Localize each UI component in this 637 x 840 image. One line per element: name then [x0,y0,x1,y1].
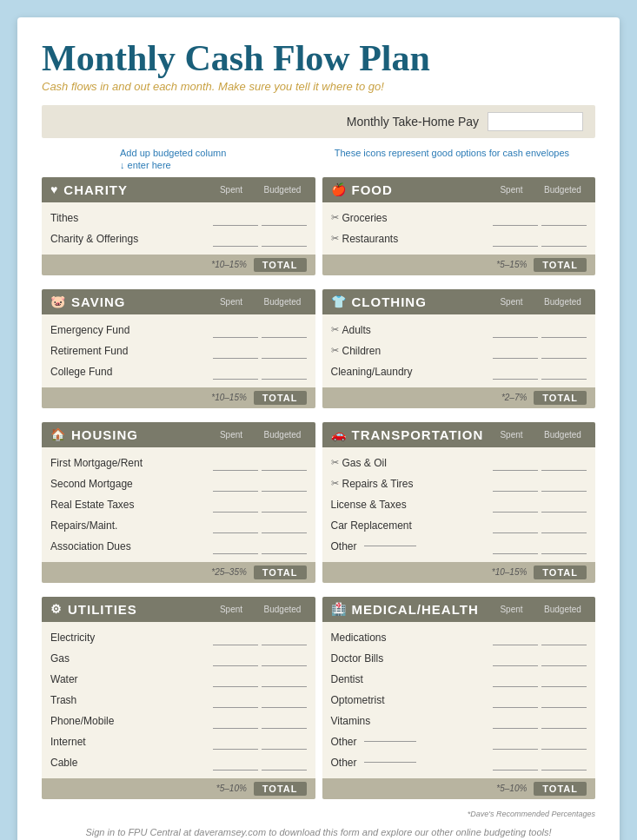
section-medical-body: Medications Doctor Bills Dentist [322,622,596,778]
clothing-adults-spent[interactable] [493,322,538,338]
medical-budgeted-label: Budgeted [539,605,587,614]
section-transportation-header: 🚗 TRANSPORTATION Spent Budgeted [322,422,596,447]
list-item: Real Estate Taxes [50,494,307,515]
transportation-icon: 🚗 [331,427,347,441]
take-home-input[interactable] [488,112,583,131]
section-food-title: 🍎 FOOD [331,182,393,197]
housing-repairs-spent[interactable] [213,518,258,533]
med-doctor-spent[interactable] [493,651,538,666]
charity-offerings-spent[interactable] [213,231,258,247]
housing-icon: 🏠 [50,427,66,441]
med-optometrist-spent[interactable] [493,692,538,708]
med-optometrist-budgeted[interactable] [541,692,587,708]
saving-emergency-budgeted[interactable] [262,322,307,338]
util-phone-budgeted[interactable] [262,713,307,729]
section-utilities-header: ⚙ UTILITIES Spent Budgeted [42,597,315,622]
med-medications-spent[interactable] [493,630,538,645]
list-item: Phone/Mobile [50,711,307,731]
util-water-spent[interactable] [213,671,258,687]
list-item: Water [50,669,307,690]
util-phone-spent[interactable] [213,713,258,729]
trans-license-spent[interactable] [493,497,538,513]
food-spent-label: Spent [488,185,535,195]
util-electricity-spent[interactable] [213,630,258,645]
trans-license-budgeted[interactable] [541,497,587,513]
section-charity-header: ♥ CHARITY Spent Budgeted [42,177,315,202]
med-dentist-budgeted[interactable] [541,671,587,687]
util-cable-budgeted[interactable] [262,755,307,771]
trans-gas-spent[interactable] [493,455,538,471]
trans-other-budgeted[interactable] [541,539,587,554]
housing-mortgage2-spent[interactable] [213,476,258,492]
list-item: ✂ Adults [331,320,587,341]
housing-mortgage1-budgeted[interactable] [262,455,307,471]
section-charity: ♥ CHARITY Spent Budgeted Tithes Ch [42,177,315,275]
clothing-adults-budgeted[interactable] [541,322,587,338]
trans-gas-budgeted[interactable] [541,455,587,471]
housing-assoc-spent[interactable] [213,539,258,554]
food-restaurants-spent[interactable] [493,231,538,247]
util-internet-budgeted[interactable] [262,734,307,750]
list-item: Cable [50,752,307,773]
util-gas-budgeted[interactable] [262,651,307,666]
med-dentist-spent[interactable] [493,671,538,687]
housing-taxes-budgeted[interactable] [262,497,307,513]
trans-other-spent[interactable] [493,539,538,554]
take-home-label: Monthly Take-Home Pay [347,115,479,129]
section-clothing-title: 👕 CLOTHING [331,294,427,309]
util-water-budgeted[interactable] [262,671,307,687]
housing-taxes-spent[interactable] [213,497,258,513]
main-grid: ♥ CHARITY Spent Budgeted Tithes Ch [42,177,595,806]
med-other2-spent[interactable] [493,755,538,771]
util-gas-spent[interactable] [213,651,258,666]
list-item: ✂ Restaurants [331,228,587,249]
med-vitamins-budgeted[interactable] [541,713,587,729]
housing-assoc-budgeted[interactable] [262,539,307,554]
saving-total-btn[interactable]: TOTAL [254,391,307,405]
trans-total-btn[interactable]: TOTAL [534,566,587,579]
trans-repairs-spent[interactable] [493,476,538,492]
saving-emergency-spent[interactable] [213,322,258,338]
charity-offerings-budgeted[interactable] [262,231,307,247]
trans-repairs-budgeted[interactable] [541,476,587,492]
util-electricity-budgeted[interactable] [262,630,307,645]
trans-replacement-spent[interactable] [493,518,538,533]
charity-tithes-spent[interactable] [213,210,258,226]
housing-mortgage1-spent[interactable] [213,455,258,471]
med-other1-budgeted[interactable] [541,734,587,750]
clothing-total-btn[interactable]: TOTAL [534,391,587,405]
med-other2-budgeted[interactable] [541,755,587,771]
food-restaurants-budgeted[interactable] [541,231,587,247]
saving-retirement-spent[interactable] [213,343,258,359]
charity-tithes-budgeted[interactable] [262,210,307,226]
util-internet-spent[interactable] [213,734,258,750]
housing-total-btn[interactable]: TOTAL [254,566,307,579]
util-trash-spent[interactable] [213,692,258,708]
list-item: First Mortgage/Rent [50,453,307,473]
medical-total-btn[interactable]: TOTAL [534,782,587,796]
housing-repairs-budgeted[interactable] [262,518,307,533]
list-item: Car Replacement [331,515,587,536]
saving-college-spent[interactable] [213,364,258,380]
med-other1-spent[interactable] [493,734,538,750]
med-doctor-budgeted[interactable] [541,651,587,666]
food-groceries-spent[interactable] [493,210,538,226]
utilities-total-btn[interactable]: TOTAL [254,782,307,796]
clothing-laundry-spent[interactable] [493,364,538,380]
med-vitamins-spent[interactable] [493,713,538,729]
util-trash-budgeted[interactable] [262,692,307,708]
clothing-laundry-budgeted[interactable] [541,364,587,380]
bottom-note: Sign in to FPU Central at daveramsey.com… [42,827,595,837]
saving-retirement-budgeted[interactable] [262,343,307,359]
housing-mortgage2-budgeted[interactable] [262,476,307,492]
clothing-children-budgeted[interactable] [541,343,587,359]
clothing-children-spent[interactable] [493,343,538,359]
charity-total-btn[interactable]: TOTAL [254,258,307,272]
food-groceries-budgeted[interactable] [541,210,587,226]
saving-college-budgeted[interactable] [262,364,307,380]
util-cable-spent[interactable] [213,755,258,771]
food-total-btn[interactable]: TOTAL [534,258,587,272]
trans-replacement-budgeted[interactable] [541,518,587,533]
section-medical-footer: *5–10% TOTAL [322,778,596,799]
med-medications-budgeted[interactable] [541,630,587,645]
